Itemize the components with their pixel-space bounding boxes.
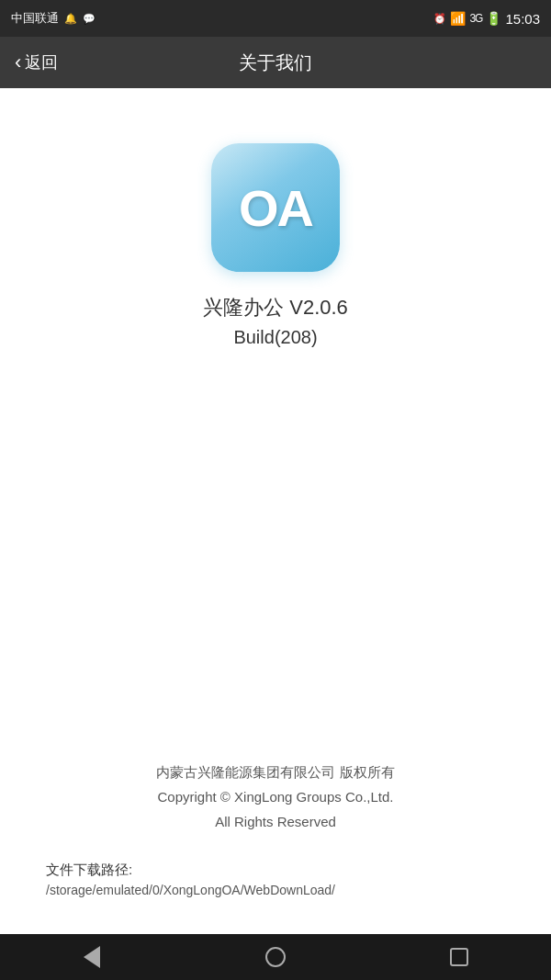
bottom-nav: [0, 934, 551, 980]
status-bar: 中国联通 🔔 💬 ⏰ 📶 3G 🔋 15:03: [0, 0, 551, 37]
app-name: 兴隆办公 V2.0.6: [203, 294, 348, 321]
file-path-value: /storage/emulated/0/XongLongOA/WebDownLo…: [46, 883, 505, 897]
page-title: 关于我们: [239, 51, 312, 75]
copyright-line-1: 内蒙古兴隆能源集团有限公司 版权所有: [156, 760, 394, 784]
home-nav-button[interactable]: [248, 939, 303, 975]
back-button[interactable]: ‹ 返回: [15, 51, 58, 73]
file-path-section: 文件下载路径: /storage/emulated/0/XongLongOA/W…: [18, 862, 533, 897]
alarm-icon: ⏰: [433, 13, 446, 25]
time-display: 15:03: [505, 11, 540, 27]
status-right: ⏰ 📶 3G 🔋 15:03: [433, 11, 540, 27]
status-left: 中国联通 🔔 💬: [11, 10, 96, 27]
file-path-label: 文件下载路径:: [46, 862, 505, 879]
copyright-section: 内蒙古兴隆能源集团有限公司 版权所有 Copyright © XingLong …: [156, 760, 394, 834]
back-arrow-icon: ‹: [15, 52, 21, 73]
notification-icon-2: 💬: [83, 13, 96, 25]
copyright-line-3: All Rights Reserved: [156, 809, 394, 834]
copyright-line-2: Copyright © XingLong Groups Co.,Ltd.: [156, 784, 394, 809]
recents-nav-button[interactable]: [432, 939, 487, 975]
carrier-text: 中国联通: [11, 10, 59, 27]
battery-icon: 🔋: [486, 11, 501, 26]
app-icon-text: OA: [239, 178, 312, 238]
home-nav-icon: [265, 947, 286, 967]
recents-nav-icon: [450, 948, 468, 966]
wifi-icon: 📶: [450, 11, 466, 26]
signal-icon: 3G: [469, 12, 482, 25]
app-icon: OA: [211, 143, 340, 272]
nav-bar: ‹ 返回 关于我们: [0, 37, 551, 88]
app-build: Build(208): [233, 327, 317, 348]
back-nav-button[interactable]: [64, 939, 119, 975]
main-content: OA 兴隆办公 V2.0.6 Build(208) 内蒙古兴隆能源集团有限公司 …: [0, 88, 551, 934]
notification-icon-1: 🔔: [64, 13, 77, 25]
back-nav-icon: [84, 946, 100, 968]
back-label: 返回: [25, 51, 58, 73]
